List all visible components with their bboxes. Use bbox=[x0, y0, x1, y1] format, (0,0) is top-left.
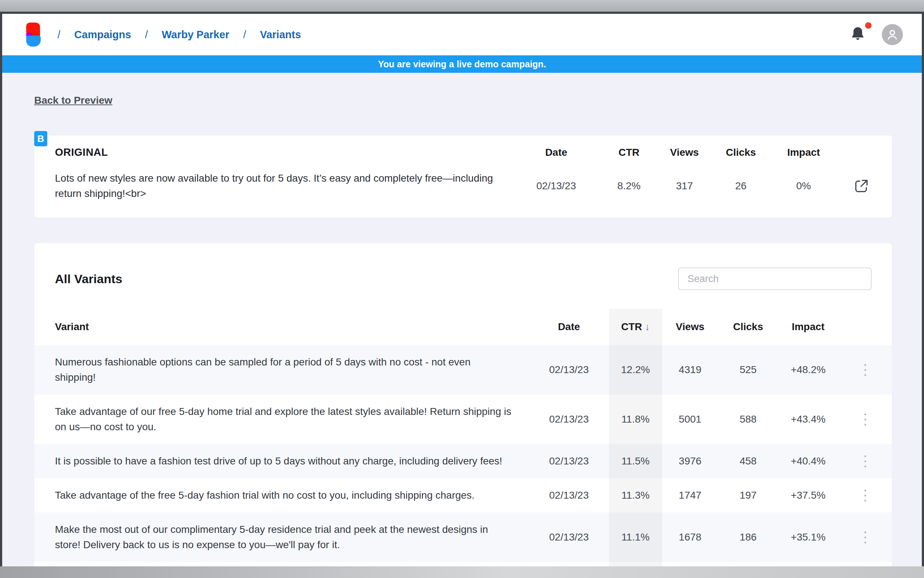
original-variant-card: B ORIGINAL Date CTR Views Clicks Impact … bbox=[34, 135, 892, 218]
variant-views: 5001 bbox=[662, 414, 718, 425]
main-content: Back to Preview B ORIGINAL Date CTR View… bbox=[2, 73, 922, 567]
row-menu-button[interactable] bbox=[861, 360, 870, 380]
breadcrumb-separator: / bbox=[57, 29, 60, 41]
variant-ctr: 11.5% bbox=[609, 444, 662, 478]
variants-table-header: Variant Date CTR Views Clicks Impact bbox=[34, 308, 892, 345]
variant-ctr: 11.8% bbox=[609, 395, 662, 444]
bell-icon bbox=[850, 26, 866, 42]
original-clicks: 26 bbox=[706, 180, 776, 192]
column-header-views: Views bbox=[663, 147, 706, 158]
app-header: / Campaigns / Warby Parker / Variants bbox=[2, 14, 922, 55]
variant-date: 02/13/23 bbox=[529, 531, 609, 543]
variant-date: 02/13/23 bbox=[529, 455, 609, 467]
variant-views: 1678 bbox=[662, 531, 718, 543]
demo-banner-text: You are viewing a live demo campaign. bbox=[378, 59, 546, 70]
variant-impact: +43.4% bbox=[778, 414, 838, 425]
user-avatar[interactable] bbox=[882, 24, 903, 45]
variant-ctr: 12.2% bbox=[609, 345, 662, 395]
variant-date: 02/13/23 bbox=[529, 364, 609, 376]
variant-clicks: 588 bbox=[718, 414, 778, 425]
column-header-ctr: CTR bbox=[594, 147, 663, 158]
variant-impact: +48.2% bbox=[778, 364, 838, 376]
variant-text: Make the most of our complimentary 5-day… bbox=[34, 562, 529, 567]
breadcrumb-campaigns[interactable]: Campaigns bbox=[74, 29, 131, 41]
app-logo-icon[interactable] bbox=[23, 23, 43, 47]
variant-ctr bbox=[609, 562, 662, 567]
variant-text: Take advantage of our free 5-day home tr… bbox=[34, 395, 529, 444]
variant-text: It is possible to have a fashion test dr… bbox=[34, 444, 529, 478]
row-menu-button[interactable] bbox=[861, 452, 870, 471]
breadcrumb-separator: / bbox=[243, 29, 246, 41]
all-variants-title: All Variants bbox=[55, 272, 122, 286]
row-menu-button[interactable] bbox=[861, 486, 870, 505]
variant-text: Take advantage of the free 5-day fashion… bbox=[34, 478, 529, 513]
original-impact: 0% bbox=[776, 180, 831, 192]
demo-banner: You are viewing a live demo campaign. bbox=[2, 55, 922, 73]
variants-table-body: Numerous fashionable options can be samp… bbox=[34, 345, 892, 567]
variant-views: 1747 bbox=[662, 490, 718, 501]
breadcrumb-variants[interactable]: Variants bbox=[260, 29, 301, 41]
person-icon bbox=[885, 27, 900, 42]
breadcrumb-separator: / bbox=[145, 29, 148, 41]
row-menu-button[interactable] bbox=[861, 528, 870, 547]
open-external-button[interactable] bbox=[831, 178, 892, 194]
column-header-clicks: Clicks bbox=[718, 321, 778, 333]
back-to-preview-link[interactable]: Back to Preview bbox=[34, 95, 112, 106]
variants-toolbar: All Variants bbox=[34, 267, 892, 291]
column-header-ctr-sort[interactable]: CTR bbox=[609, 308, 662, 345]
variant-date: 02/13/23 bbox=[529, 490, 609, 501]
original-ctr: 8.2% bbox=[594, 180, 663, 192]
logo-blue-shape bbox=[26, 36, 41, 47]
variant-date: 02/13/23 bbox=[529, 414, 609, 425]
variant-impact: +37.5% bbox=[778, 490, 838, 501]
variant-clicks: 458 bbox=[718, 455, 778, 467]
variant-row: Numerous fashionable options can be samp… bbox=[34, 345, 892, 395]
original-data-row: Lots of new styles are now available to … bbox=[34, 171, 892, 201]
row-menu-button[interactable] bbox=[861, 410, 870, 429]
ctr-header-label: CTR bbox=[621, 321, 642, 333]
original-title: ORIGINAL bbox=[34, 146, 518, 158]
variant-views: 4319 bbox=[662, 364, 718, 376]
variant-clicks: 525 bbox=[718, 364, 778, 376]
original-date: 02/13/23 bbox=[518, 180, 594, 192]
variant-impact: +40.4% bbox=[778, 455, 838, 467]
original-header-row: ORIGINAL Date CTR Views Clicks Impact bbox=[34, 146, 892, 158]
variant-clicks: 197 bbox=[718, 490, 778, 501]
column-header-views: Views bbox=[662, 321, 718, 333]
variant-ctr: 11.3% bbox=[609, 478, 662, 513]
column-header-variant: Variant bbox=[34, 321, 529, 333]
search-input[interactable] bbox=[678, 268, 872, 290]
desktop-bottom-strip bbox=[0, 567, 924, 578]
variant-text: Make the most out of our complimentary 5… bbox=[34, 513, 529, 562]
original-copy-text: Lots of new styles are now available to … bbox=[34, 171, 518, 201]
notifications-button[interactable] bbox=[850, 26, 866, 43]
column-header-clicks: Clicks bbox=[706, 147, 776, 158]
app-window: / Campaigns / Warby Parker / Variants bbox=[0, 11, 924, 567]
variant-row: Make the most out of our complimentary 5… bbox=[34, 513, 892, 562]
all-variants-card: All Variants Variant Date CTR Views Clic… bbox=[34, 243, 892, 567]
breadcrumb-campaign-name[interactable]: Warby Parker bbox=[162, 29, 229, 41]
column-header-impact: Impact bbox=[776, 147, 831, 158]
variant-views: 3976 bbox=[662, 455, 718, 467]
variant-row: Take advantage of our free 5-day home tr… bbox=[34, 395, 892, 444]
original-views: 317 bbox=[663, 180, 706, 192]
variant-text: Numerous fashionable options can be samp… bbox=[34, 345, 529, 395]
header-actions bbox=[850, 24, 903, 45]
desktop-top-strip bbox=[0, 0, 924, 11]
external-link-icon bbox=[853, 178, 870, 194]
column-header-date: Date bbox=[518, 147, 594, 158]
variant-impact: +35.1% bbox=[778, 531, 838, 543]
column-header-date: Date bbox=[529, 321, 609, 333]
column-header-impact: Impact bbox=[778, 321, 838, 333]
variant-clicks: 186 bbox=[718, 531, 778, 543]
variant-ctr: 11.1% bbox=[609, 513, 662, 562]
variant-row: It is possible to have a fashion test dr… bbox=[34, 444, 892, 478]
notification-dot bbox=[865, 22, 872, 29]
variant-row: Take advantage of the free 5-day fashion… bbox=[34, 478, 892, 513]
breadcrumb: / Campaigns / Warby Parker / Variants bbox=[57, 29, 301, 41]
variant-row: Make the most of our complimentary 5-day… bbox=[34, 562, 892, 567]
sort-descending-icon bbox=[645, 321, 650, 333]
variant-b-badge: B bbox=[34, 131, 47, 146]
